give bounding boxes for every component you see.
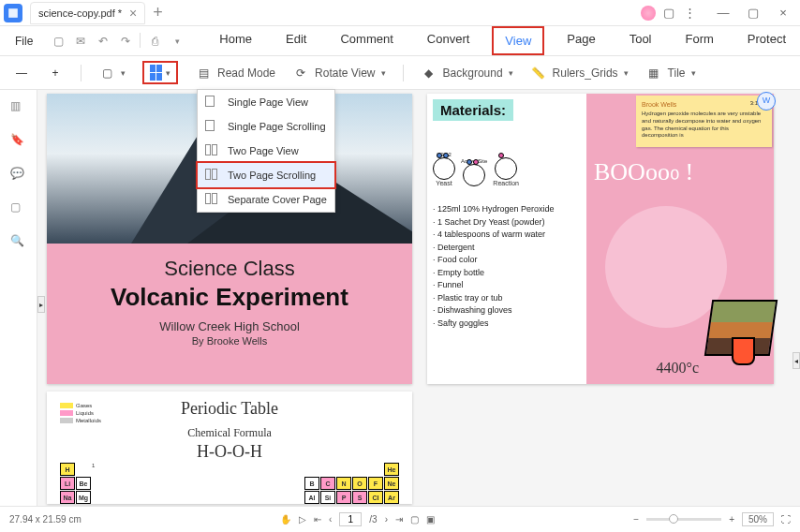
element-na: Na (60, 491, 75, 504)
zoom-in-icon[interactable]: + (729, 514, 734, 525)
zoom-out-icon[interactable]: − (633, 514, 639, 525)
read-mode-button[interactable]: ▤ Read Mode (195, 65, 275, 81)
search-panel-icon[interactable]: 🔍 (10, 234, 27, 251)
zoom-in-button[interactable]: + (47, 65, 64, 81)
hand-tool-icon[interactable]: ✋ (280, 514, 291, 525)
tab-protect[interactable]: Protect (736, 26, 797, 55)
rotate-view-button[interactable]: ⟳ Rotate View▾ (292, 65, 385, 81)
zoom-slider[interactable] (646, 518, 721, 521)
expand-left-panel[interactable]: ▸ (37, 296, 45, 313)
fit-page-icon[interactable]: ▣ (426, 514, 435, 525)
material-item: 125ml 10% Hydrogen Peroxide (433, 203, 581, 216)
annotation-note[interactable]: W Brook Wells3:11 P Hydrogen peroxide mo… (636, 96, 772, 147)
material-item: Safty goggles (433, 318, 581, 331)
redo-icon[interactable]: ↷ (117, 33, 134, 50)
tile-label: Tile (668, 66, 686, 80)
tile-button[interactable]: ▦ Tile▾ (645, 65, 696, 81)
element-he: He (384, 463, 399, 476)
minimize-button[interactable]: — (710, 6, 736, 20)
two-scroll-icon (205, 169, 220, 182)
save-icon[interactable]: ▢ (50, 33, 67, 50)
material-item: Plastic tray or tub (433, 292, 581, 305)
tab-convert[interactable]: Convert (416, 26, 481, 55)
page-layout-dropdown[interactable]: ▾ (142, 61, 178, 84)
maximize-button[interactable]: ▢ (740, 6, 766, 20)
next-page-button[interactable]: › (385, 514, 388, 525)
thumbnails-icon[interactable]: ▥ (10, 99, 27, 116)
note-badge-icon: W (757, 92, 776, 111)
attachments-icon[interactable]: ▢ (10, 200, 27, 217)
boo-text: BOOoo₀ ! (594, 157, 766, 186)
fit-width-icon[interactable]: ▢ (410, 514, 419, 525)
tab-page[interactable]: Page (556, 26, 606, 55)
kebab-menu-icon[interactable]: ⋮ (682, 6, 697, 21)
element-s: S (352, 491, 367, 504)
menu-two-page-scrolling[interactable]: Two Page Scrolling (196, 161, 336, 189)
pdf-page-2: Materials: H2O2Yeast Active Site Reactio… (427, 94, 774, 384)
notification-icon[interactable]: ▢ (661, 6, 676, 21)
background-button[interactable]: ◆ Background▾ (421, 65, 513, 81)
page-number-input[interactable] (339, 512, 362, 526)
tab-form[interactable]: Form (674, 26, 725, 55)
last-page-button[interactable]: ⇥ (395, 514, 403, 525)
mail-icon[interactable]: ✉ (72, 33, 89, 50)
elements-left-block: H1 Li Be Na Mg (60, 463, 107, 504)
user-badge-icon[interactable] (641, 6, 656, 21)
temperature-label: 4400°c (657, 360, 700, 377)
element-ne: Ne (384, 477, 399, 490)
expand-right-panel[interactable]: ◂ (793, 352, 800, 369)
rulers-grids-button[interactable]: 📏 Rulers_Grids▾ (530, 65, 629, 81)
material-item: Detergent (433, 242, 581, 255)
single-scroll-icon (205, 120, 220, 133)
material-item: Dishwashing gloves (433, 304, 581, 318)
page1-title-block: Science Class Volcanic Experiment Willow… (47, 244, 412, 384)
cover-icon (205, 193, 220, 206)
element-al: Al (304, 491, 319, 504)
zoom-out-button[interactable]: ― (13, 65, 30, 81)
page1-school: Willow Creek High School (47, 319, 412, 333)
separator (81, 65, 81, 81)
zoom-value[interactable]: 50% (742, 512, 774, 526)
document-viewport[interactable]: Science Class Volcanic Experiment Willow… (37, 90, 800, 506)
new-tab-button[interactable]: + (153, 3, 163, 22)
read-mode-icon: ▤ (195, 65, 212, 81)
rulers-label: Rulers_Grids (553, 66, 618, 80)
print-dropdown-icon[interactable]: ▾ (169, 33, 185, 50)
elements-right-block: He B C N O F Ne Al Si P S Cl Ar (304, 463, 399, 504)
page1-subtitle: Science Class (47, 257, 412, 281)
undo-icon[interactable]: ↶ (95, 33, 111, 50)
menu-single-page-scrolling[interactable]: Single Page Scrolling (198, 114, 334, 139)
first-page-button[interactable]: ⇤ (314, 514, 321, 525)
bookmarks-icon[interactable]: 🔖 (10, 133, 27, 150)
menu-separate-cover[interactable]: Separate Cover Page (198, 187, 334, 212)
close-window-button[interactable]: × (770, 6, 796, 20)
menu-single-page-view[interactable]: Single Page View (198, 90, 334, 114)
tab-tool[interactable]: Tool (618, 26, 663, 55)
menu-two-page-view[interactable]: Two Page View (198, 139, 334, 163)
document-tab[interactable]: science-copy.pdf * × (30, 2, 145, 24)
tab-view[interactable]: View (492, 26, 544, 55)
select-tool-icon[interactable]: ▷ (299, 514, 306, 525)
material-item: Empty bottle (433, 267, 581, 280)
element-si: Si (320, 491, 335, 504)
fit-tool[interactable]: ▢▾ (98, 65, 126, 81)
yeast-label: Yeast (436, 180, 452, 186)
material-item: Funnel (433, 279, 581, 292)
formula-value: H-O-O-H (54, 442, 405, 462)
menubar: File ▢ ✉ ↶ ↷ ⎙ ▾ Home Edit Comment Conve… (0, 26, 800, 56)
print-icon[interactable]: ⎙ (146, 33, 163, 50)
page2-illustration: W Brook Wells3:11 P Hydrogen peroxide mo… (586, 94, 774, 384)
view-toolbar: ― + ▢▾ ▾ ▤ Read Mode ⟳ Rotate View▾ ◆ Ba… (0, 56, 800, 90)
file-menu[interactable]: File (7, 31, 40, 52)
prev-page-button[interactable]: ‹ (329, 514, 332, 525)
material-item: 4 tablespoons of warm water (433, 229, 581, 242)
tab-home[interactable]: Home (208, 26, 263, 55)
comments-icon[interactable]: 💬 (10, 167, 27, 184)
note-body: Hydrogen peroxide molecules are very uns… (642, 111, 766, 140)
tab-edit[interactable]: Edit (274, 26, 318, 55)
page-total: /3 (369, 514, 377, 525)
tab-comment[interactable]: Comment (329, 26, 404, 55)
close-tab-icon[interactable]: × (129, 6, 137, 21)
fullscreen-icon[interactable]: ⛶ (781, 514, 791, 525)
single-page-icon (205, 96, 220, 109)
